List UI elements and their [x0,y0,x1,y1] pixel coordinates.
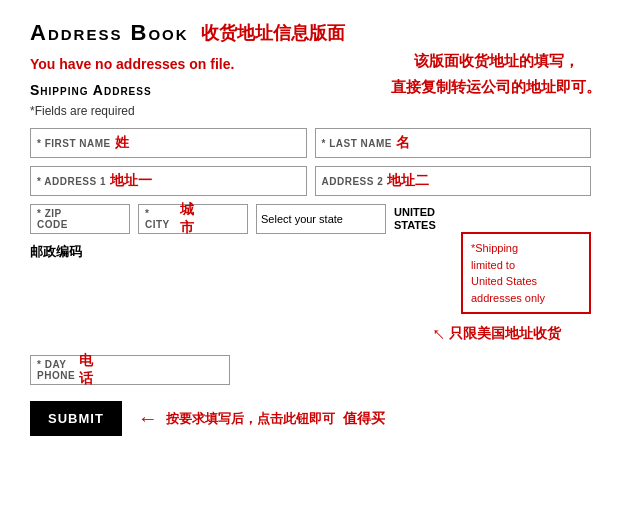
top-annotation: 该版面收货地址的填写， 直接复制转运公司的地址即可。 [391,48,601,99]
first-name-input[interactable] [133,129,300,157]
shipping-notice-box: *Shipping limited to United States addre… [461,232,591,314]
first-name-field: * FIRST NAME 姓 [30,128,307,158]
country-label: UNITEDSTATES [394,206,454,232]
day-phone-annot: 电话 [79,352,93,388]
address-row: * ADDRESS 1 地址一 ADDRESS 2 地址二 [30,166,591,196]
address1-label: * ADDRESS 1 [37,176,106,187]
last-name-label: * LAST NAME [322,138,393,149]
submit-button[interactable]: SUBMIT [30,401,122,436]
zip-field: * ZIP CODE [30,204,130,234]
state-field: Select your state Alabama Alaska Arizona… [256,204,386,234]
us-only-arrow: ↑ [426,322,449,345]
address2-label: ADDRESS 2 [322,176,384,187]
day-phone-row: * DAY PHONE 电话 [30,355,591,385]
submit-row: SUBMIT ← 按要求填写后，点击此钮即可 值得买 [30,401,591,436]
city-field: * CITY 城市 [138,204,248,234]
city-input[interactable] [211,205,241,233]
last-name-field: * LAST NAME 名 [315,128,592,158]
first-name-label: * FIRST NAME [37,138,111,149]
address2-field: ADDRESS 2 地址二 [315,166,592,196]
name-row: * FIRST NAME 姓 * LAST NAME 名 [30,128,591,158]
city-label: * CITY [145,208,176,230]
last-name-annot: 名 [396,134,410,152]
address1-annot: 地址一 [110,172,152,190]
chinese-title: 收货地址信息版面 [201,21,345,45]
us-only-annotation: 只限美国地址收货 [449,323,561,344]
zip-annotation: 邮政编码 [30,244,82,259]
page-title: Address Book [30,20,189,46]
first-name-annot: 姓 [115,134,129,152]
submit-arrow-icon: ← [138,407,158,430]
state-select[interactable]: Select your state Alabama Alaska Arizona… [256,204,386,234]
day-phone-label: * DAY PHONE [37,359,75,381]
address1-field: * ADDRESS 1 地址一 [30,166,307,196]
site-rec: 值得买 [343,410,385,428]
city-annot: 城市 [180,201,207,237]
address1-input[interactable] [156,167,299,195]
submit-annotation: ← 按要求填写后，点击此钮即可 值得买 [138,407,385,430]
zip-input[interactable] [83,205,123,233]
required-note: *Fields are required [30,104,591,118]
address2-input[interactable] [433,167,584,195]
day-phone-input[interactable] [97,356,235,384]
last-name-input[interactable] [414,129,584,157]
zip-label: * ZIP CODE [37,208,79,230]
address2-annot: 地址二 [387,172,429,190]
